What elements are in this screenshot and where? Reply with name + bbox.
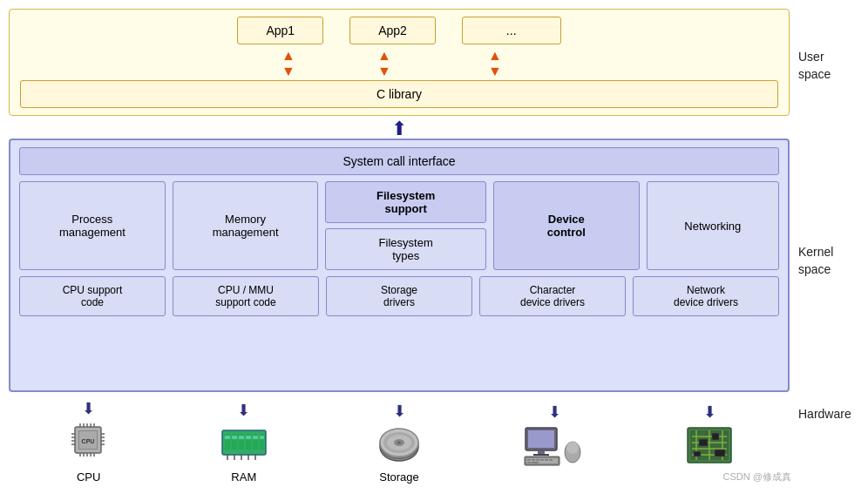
app-etc-box: ... — [462, 17, 561, 44]
arrow1: ▲▼ — [254, 48, 323, 78]
process-management-box: Process management — [19, 181, 166, 270]
arrows-to-clibrary: ▲▼ ▲▼ ▲▼ — [20, 48, 778, 78]
arrow2: ▲▼ — [349, 48, 419, 78]
watermark: CSDN @修成真 — [723, 470, 791, 484]
apps-row: App1 App2 ... — [20, 17, 778, 44]
app1-box: App1 — [237, 17, 323, 44]
svg-rect-62 — [527, 462, 531, 464]
user-space-section: App1 App2 ... ▲▼ ▲▼ ▲▼ C library — [9, 9, 790, 116]
svg-rect-57 — [532, 459, 535, 461]
net-devices-icon — [683, 423, 736, 470]
kernel-space-section: System call interface Process management… — [9, 139, 790, 392]
hw-char-item: ⬇ — [479, 403, 630, 484]
svg-rect-34 — [260, 436, 264, 439]
svg-text:CPU: CPU — [82, 438, 95, 444]
svg-point-49 — [397, 442, 401, 444]
svg-rect-32 — [246, 436, 251, 439]
user-space-label: User space — [798, 17, 859, 115]
char-devices-icon — [524, 423, 585, 470]
hardware-row: ⬇ CPU — [9, 396, 790, 485]
svg-rect-29 — [225, 436, 230, 439]
c-library-box: C library — [20, 80, 778, 108]
networking-box: Networking — [647, 181, 779, 270]
filesystem-group: Filesystem support Filesystem types — [325, 181, 485, 270]
svg-rect-52 — [538, 450, 545, 454]
user-kernel-arrow: ⬆ — [9, 121, 790, 137]
kernel-space-label: Kernel space — [798, 115, 859, 407]
driver-row: CPU support code CPU / MMU support code … — [19, 276, 779, 316]
svg-rect-33 — [253, 436, 258, 439]
hw-storage-arrow: ⬇ — [393, 402, 406, 421]
svg-rect-30 — [232, 436, 237, 439]
hw-char-arrow: ⬇ — [548, 403, 561, 422]
char-device-drivers-box: Character device drivers — [479, 276, 626, 316]
svg-rect-76 — [699, 439, 708, 446]
svg-point-66 — [566, 442, 579, 454]
hardware-label: Hardware — [798, 407, 859, 485]
arrow3: ▲▼ — [445, 48, 545, 78]
ram-icon — [218, 422, 270, 469]
svg-rect-53 — [533, 454, 549, 456]
hw-ram-item: ⬇ — [168, 401, 319, 484]
hw-cpu-item: ⬇ CPU — [13, 399, 164, 484]
cpu-support-box: CPU support code — [19, 276, 166, 316]
net-device-drivers-box: Network device drivers — [633, 276, 779, 316]
svg-rect-59 — [540, 459, 544, 461]
hw-ram-label: RAM — [231, 470, 256, 484]
memory-management-box: Memory management — [173, 181, 319, 270]
svg-rect-55 — [526, 458, 558, 464]
svg-rect-51 — [528, 430, 554, 448]
svg-rect-58 — [536, 459, 539, 461]
cpu-mmu-box: CPU / MMU support code — [173, 276, 319, 316]
svg-rect-31 — [239, 436, 244, 439]
hw-ram-arrow: ⬇ — [237, 401, 250, 420]
storage-drivers-box: Storage drivers — [326, 276, 472, 316]
syscall-box: System call interface — [19, 147, 779, 175]
svg-rect-60 — [545, 459, 548, 461]
svg-rect-79 — [715, 450, 725, 457]
svg-rect-77 — [712, 433, 719, 440]
filesystem-types-box: Filesystem types — [325, 228, 485, 270]
hw-cpu-arrow: ⬇ — [82, 399, 95, 418]
hw-storage-item: ⬇ Storage — [323, 402, 474, 484]
hw-cpu-label: CPU — [77, 470, 100, 484]
hw-storage-label: Storage — [379, 470, 419, 484]
svg-rect-63 — [532, 462, 539, 464]
hw-net-arrow: ⬇ — [703, 403, 716, 422]
app2-box: App2 — [349, 17, 436, 44]
kernel-middle-row: Process management Memory management Fil… — [19, 181, 779, 270]
filesystem-support-box: Filesystem support — [325, 181, 485, 223]
storage-icon — [376, 423, 424, 469]
cpu-icon: CPU — [64, 420, 112, 469]
device-control-box: Device control — [493, 181, 640, 270]
svg-rect-78 — [694, 451, 701, 457]
svg-rect-61 — [549, 459, 553, 461]
svg-rect-56 — [527, 459, 531, 461]
